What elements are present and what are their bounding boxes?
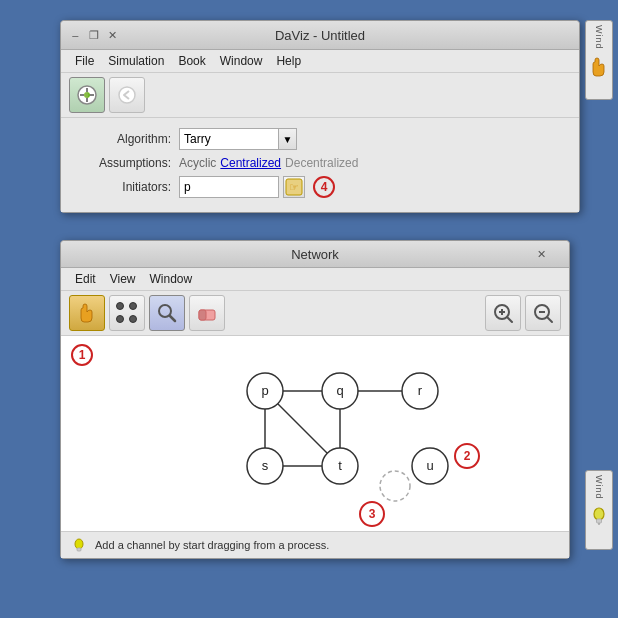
assumption-acyclic: Acyclic <box>179 156 216 170</box>
back-icon <box>117 85 137 105</box>
algorithm-input[interactable] <box>179 128 279 150</box>
main-title-bar: – ❐ ✕ DaViz - Untitled <box>61 21 579 50</box>
network-tools-left <box>69 295 225 331</box>
side-panel-bottom: Wind <box>585 470 613 550</box>
zoom-out-icon <box>531 301 555 325</box>
svg-point-7 <box>119 87 135 103</box>
eraser-icon <box>196 302 218 324</box>
node-q-label: q <box>336 383 343 398</box>
initiators-label: Initiators: <box>81 180 171 194</box>
network-svg: p q r s t u 2 3 <box>61 336 569 531</box>
run-icon <box>76 84 98 106</box>
lightbulb-icon <box>71 537 87 553</box>
algorithm-row: Algorithm: ▼ <box>81 128 559 150</box>
circle-4-badge: 4 <box>313 176 335 198</box>
node-t-label: t <box>338 458 342 473</box>
zoom-out-btn[interactable] <box>525 295 561 331</box>
side-panel-bottom-icon[interactable] <box>587 504 611 528</box>
config-area: Algorithm: ▼ Assumptions: Acyclic Centra… <box>61 118 579 212</box>
svg-rect-22 <box>77 548 81 551</box>
initiator-input-wrap: ☞ <box>179 176 305 198</box>
dashed-node <box>380 471 410 501</box>
eraser-tool-btn[interactable] <box>189 295 225 331</box>
algorithm-select-wrap: ▼ <box>179 128 297 150</box>
menu-window[interactable]: Window <box>214 52 269 70</box>
grid-icon <box>116 302 139 325</box>
grid-tool-btn[interactable] <box>109 295 145 331</box>
zoom-buttons <box>485 295 561 331</box>
pick-icon: ☞ <box>285 178 303 196</box>
main-menu-bar: File Simulation Book Window Help <box>61 50 579 73</box>
pointer-tool-btn[interactable] <box>69 295 105 331</box>
assumption-links: Acyclic Centralized Decentralized <box>179 156 358 170</box>
menu-help[interactable]: Help <box>270 52 307 70</box>
node-u-label: u <box>426 458 433 473</box>
assumption-centralized[interactable]: Centralized <box>220 156 281 170</box>
hand-side-icon <box>588 55 610 77</box>
node-p-label: p <box>261 383 268 398</box>
zoom-in-icon <box>491 301 515 325</box>
main-toolbar <box>61 73 579 118</box>
side-panel-bottom-title: Wind <box>594 475 604 500</box>
side-panel-top: Wind <box>585 20 613 100</box>
network-menu-bar: Edit View Window <box>61 268 569 291</box>
main-window-title: DaViz - Untitled <box>119 28 521 43</box>
network-toolbar <box>61 291 569 336</box>
menu-simulation[interactable]: Simulation <box>102 52 170 70</box>
status-text: Add a channel by start dragging from a p… <box>95 539 329 551</box>
network-status-bar: Add a channel by start dragging from a p… <box>61 531 569 558</box>
maximize-button[interactable]: ❐ <box>88 27 101 43</box>
lightbulb-side-icon <box>588 505 610 527</box>
circle-3-label: 3 <box>369 507 376 521</box>
menu-book[interactable]: Book <box>172 52 211 70</box>
close-network-button[interactable]: ✕ <box>521 246 561 262</box>
svg-text:☞: ☞ <box>289 181 299 193</box>
circle-1-badge: 1 <box>71 344 93 366</box>
minimize-button[interactable]: – <box>69 27 82 43</box>
initiators-input[interactable] <box>179 176 279 198</box>
svg-line-20 <box>547 317 552 322</box>
net-menu-window[interactable]: Window <box>143 270 198 288</box>
node-s-label: s <box>262 458 269 473</box>
pick-initiator-btn[interactable]: ☞ <box>283 176 305 198</box>
assumptions-label: Assumptions: <box>81 156 171 170</box>
algorithm-label: Algorithm: <box>81 132 171 146</box>
side-panel-top-icon[interactable] <box>587 54 611 78</box>
svg-line-11 <box>170 316 175 321</box>
assumptions-row: Assumptions: Acyclic Centralized Decentr… <box>81 156 559 170</box>
initiators-row: Initiators: ☞ 4 <box>81 176 559 198</box>
main-window: – ❐ ✕ DaViz - Untitled File Simulation B… <box>60 20 580 213</box>
network-title-bar: Network ✕ <box>61 241 569 268</box>
svg-point-21 <box>75 539 83 549</box>
network-canvas[interactable]: 1 p q r s t u <box>61 336 569 531</box>
menu-file[interactable]: File <box>69 52 100 70</box>
magnify-icon <box>156 302 178 324</box>
close-main-button[interactable]: ✕ <box>106 27 119 43</box>
circle-2-label: 2 <box>464 449 471 463</box>
svg-line-17 <box>507 317 512 322</box>
network-window: Network ✕ Edit View Window <box>60 240 570 559</box>
side-panel-top-title: Wind <box>594 25 604 50</box>
net-menu-edit[interactable]: Edit <box>69 270 102 288</box>
search-tool-btn[interactable] <box>149 295 185 331</box>
svg-point-23 <box>594 508 604 520</box>
svg-rect-24 <box>597 519 602 523</box>
back-button[interactable] <box>109 77 145 113</box>
hand-icon <box>76 302 98 324</box>
network-title: Network <box>109 247 521 262</box>
assumption-decentralized: Decentralized <box>285 156 358 170</box>
run-button[interactable] <box>69 77 105 113</box>
node-r-label: r <box>418 383 423 398</box>
zoom-in-btn[interactable] <box>485 295 521 331</box>
svg-rect-13 <box>199 310 206 320</box>
algorithm-dropdown-btn[interactable]: ▼ <box>279 128 297 150</box>
net-menu-view[interactable]: View <box>104 270 142 288</box>
